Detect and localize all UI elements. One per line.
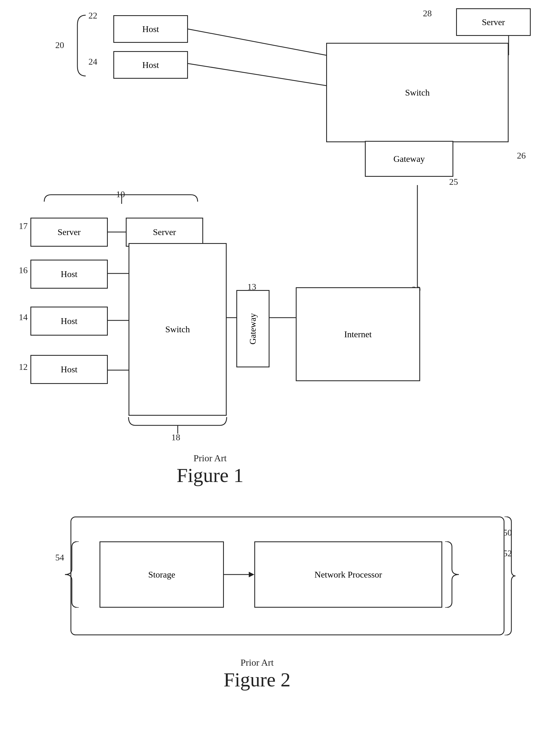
- gateway-main-box: Gateway: [236, 290, 270, 367]
- label-28: 28: [423, 8, 432, 18]
- switch-top-box: Switch: [326, 43, 509, 142]
- label-14: 14: [19, 312, 28, 322]
- gateway-main-label: Gateway: [248, 313, 258, 344]
- figure2-caption-large: Figure 2: [166, 669, 348, 691]
- host14-label: Host: [61, 316, 78, 326]
- label-10: 10: [116, 189, 125, 199]
- server28-label: Server: [482, 17, 505, 27]
- label-22: 22: [89, 10, 97, 21]
- svg-line-0: [188, 29, 326, 55]
- figure1-caption-large: Figure 1: [119, 464, 301, 487]
- host16-box: Host: [30, 260, 108, 289]
- switch-main-label: Switch: [165, 324, 190, 335]
- switch-main-box: Switch: [129, 243, 227, 416]
- host24-label: Host: [142, 60, 159, 70]
- label-24: 24: [89, 57, 97, 67]
- host22-label: Host: [142, 24, 159, 34]
- server17-label: Server: [57, 227, 81, 237]
- figure2-caption-small: Prior Art: [202, 657, 312, 668]
- gateway-top-box: Gateway: [365, 141, 453, 177]
- label-17: 17: [19, 221, 28, 231]
- svg-marker-18: [249, 572, 254, 577]
- network-processor-box: Network Processor: [254, 541, 442, 608]
- server19-label: Server: [153, 227, 176, 237]
- label-12: 12: [19, 362, 28, 372]
- svg-line-1: [188, 63, 326, 85]
- label-20: 20: [55, 40, 64, 50]
- gateway-top-label: Gateway: [393, 154, 425, 164]
- internet-box: Internet: [296, 287, 420, 381]
- host22-box: Host: [113, 15, 188, 43]
- host16-label: Host: [61, 269, 78, 279]
- server28-box: Server: [456, 8, 531, 36]
- switch-top-label: Switch: [405, 87, 430, 98]
- diagram-container: 22 24 20 28 26 25 Host Host Server Switc…: [0, 0, 552, 756]
- label-26: 26: [517, 151, 526, 161]
- host14-box: Host: [30, 307, 108, 336]
- arrow-svg: [224, 568, 254, 581]
- brace-52-svg: [442, 541, 464, 608]
- storage-label: Storage: [148, 570, 175, 580]
- host12-label: Host: [61, 364, 78, 375]
- server17-box: Server: [30, 218, 108, 247]
- label-18: 18: [171, 432, 180, 442]
- label-25: 25: [449, 177, 458, 187]
- label-16: 16: [19, 265, 28, 275]
- server19-box: Server: [126, 218, 203, 247]
- brace-54-svg: [59, 541, 82, 608]
- network-processor-label: Network Processor: [314, 570, 382, 580]
- brace-50-svg: [505, 517, 518, 635]
- host12-box: Host: [30, 355, 108, 384]
- host24-box: Host: [113, 51, 188, 79]
- figure1-caption-small: Prior Art: [155, 453, 265, 463]
- internet-label: Internet: [344, 329, 372, 340]
- storage-box: Storage: [100, 541, 224, 608]
